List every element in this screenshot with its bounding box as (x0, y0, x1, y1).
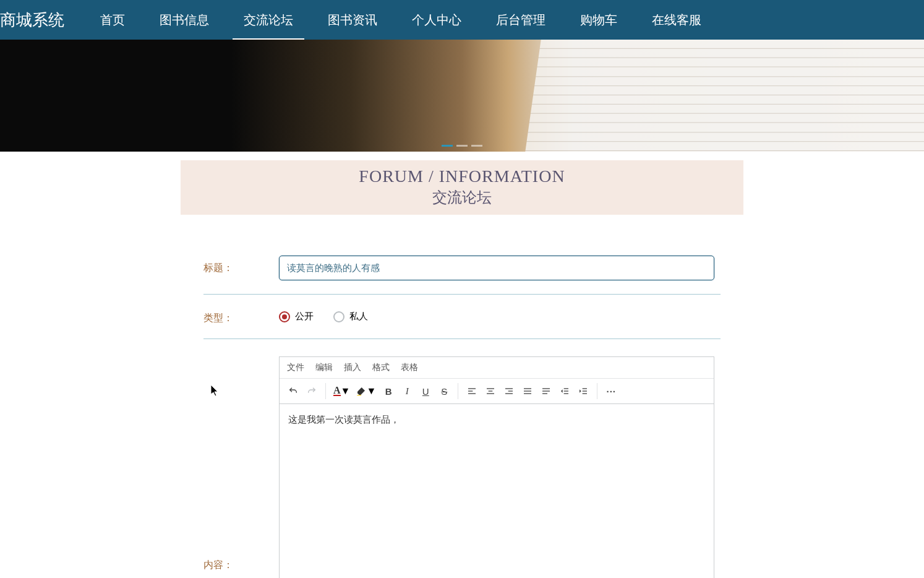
outdent-icon[interactable] (556, 382, 573, 400)
post-form: 标题： 类型： 公开 私人 内容： 文件 编辑 插入 格式 表格 (203, 244, 721, 578)
menu-table[interactable]: 表格 (401, 362, 418, 373)
indent-icon[interactable] (575, 382, 592, 400)
underline-icon[interactable]: U (417, 382, 434, 400)
nav-items: 首页 图书信息 交流论坛 图书资讯 个人中心 后台管理 购物车 在线客服 (83, 0, 719, 40)
row-content: 内容： 文件 编辑 插入 格式 表格 A ▼ (203, 339, 721, 578)
toolbar-separator (597, 383, 597, 399)
radio-group-type: 公开 私人 (279, 306, 368, 322)
label-content: 内容： (203, 559, 279, 572)
menu-file[interactable]: 文件 (287, 362, 304, 373)
align-right-icon[interactable] (500, 382, 518, 400)
menu-edit[interactable]: 编辑 (315, 362, 333, 373)
editor-body[interactable]: 这是我第一次读莫言作品， (280, 404, 714, 578)
label-type: 类型： (203, 306, 279, 325)
nav-books[interactable]: 图书信息 (142, 0, 226, 40)
redo-icon[interactable] (303, 382, 320, 400)
align-distribute-icon[interactable] (537, 382, 555, 400)
nav-forum[interactable]: 交流论坛 (226, 0, 310, 40)
radio-private-label: 私人 (349, 311, 368, 322)
radio-circle-icon (333, 311, 344, 322)
hero-banner (0, 40, 924, 152)
nav-user-center[interactable]: 个人中心 (395, 0, 479, 40)
carousel-dot-1[interactable] (442, 145, 453, 147)
toolbar-separator (458, 383, 458, 399)
strikethrough-icon[interactable]: S (435, 382, 453, 400)
editor-toolbar: A ▼ ▼ B I U S (280, 379, 714, 404)
more-icon[interactable]: ··· (602, 382, 620, 400)
chevron-down-icon: ▼ (341, 386, 351, 397)
nav-news[interactable]: 图书资讯 (310, 0, 395, 40)
bold-icon[interactable]: B (380, 382, 397, 400)
carousel-dot-2[interactable] (456, 145, 468, 147)
toolbar-separator (325, 383, 326, 399)
brand-title: 商城系统 (0, 9, 83, 31)
menu-insert[interactable]: 插入 (344, 362, 361, 373)
carousel-dot-3[interactable] (471, 145, 482, 147)
carousel-dots (442, 145, 482, 147)
align-left-icon[interactable] (463, 382, 481, 400)
text-color-icon: A (333, 386, 341, 396)
row-title: 标题： (203, 244, 721, 295)
highlight-color-button[interactable]: ▼ (354, 382, 379, 400)
radio-private[interactable]: 私人 (333, 311, 368, 322)
row-type: 类型： 公开 私人 (203, 295, 721, 339)
title-input[interactable] (279, 256, 714, 280)
chevron-down-icon: ▼ (366, 386, 376, 397)
heading-zh: 交流论坛 (181, 188, 743, 207)
nav-service[interactable]: 在线客服 (635, 0, 719, 40)
svg-rect-0 (357, 395, 362, 395)
radio-public-label: 公开 (295, 311, 314, 322)
top-navbar: 商城系统 首页 图书信息 交流论坛 图书资讯 个人中心 后台管理 购物车 在线客… (0, 0, 924, 40)
heading-en: FORUM / INFORMATION (181, 166, 743, 186)
nav-cart[interactable]: 购物车 (563, 0, 635, 40)
menu-format[interactable]: 格式 (372, 362, 390, 373)
highlighter-icon (356, 386, 366, 396)
rich-editor: 文件 编辑 插入 格式 表格 A ▼ (279, 356, 714, 578)
label-title: 标题： (203, 256, 279, 275)
nav-admin[interactable]: 后台管理 (479, 0, 563, 40)
editor-menubar: 文件 编辑 插入 格式 表格 (280, 357, 714, 379)
page-heading: FORUM / INFORMATION 交流论坛 (181, 160, 743, 215)
undo-icon[interactable] (284, 382, 302, 400)
align-justify-icon[interactable] (519, 382, 536, 400)
text-color-button[interactable]: A ▼ (331, 382, 353, 400)
radio-public[interactable]: 公开 (279, 311, 314, 322)
nav-home[interactable]: 首页 (83, 0, 142, 40)
radio-circle-icon (279, 311, 290, 322)
italic-icon[interactable]: I (398, 382, 416, 400)
align-center-icon[interactable] (482, 382, 499, 400)
